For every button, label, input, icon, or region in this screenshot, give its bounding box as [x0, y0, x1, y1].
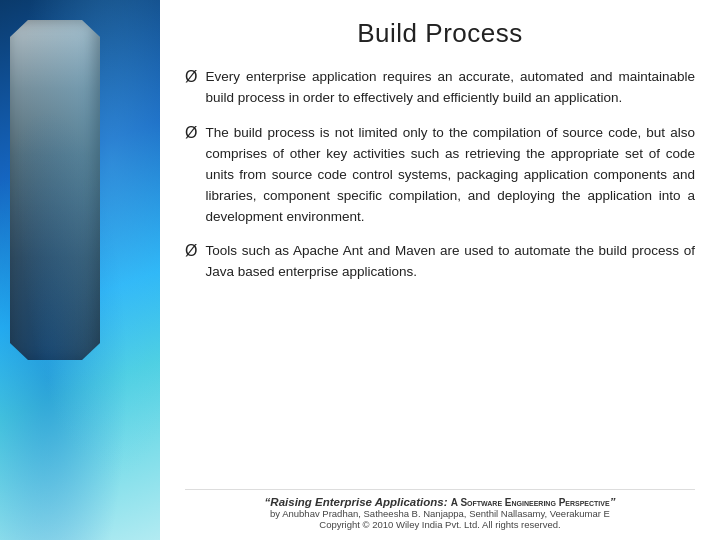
footer-copyright: Copyright © 2010 Wiley India Pvt. Ltd. A… — [185, 519, 695, 530]
bullet-text-1: Every enterprise application requires an… — [205, 67, 695, 109]
main-content: Build Process Ø Every enterprise applica… — [160, 0, 720, 540]
bullet-arrow-3: Ø — [185, 242, 197, 260]
footer-title: “Raising Enterprise Applications: A Soft… — [185, 496, 695, 508]
page-title: Build Process — [185, 18, 695, 49]
sidebar-decorative-image — [0, 0, 160, 540]
footer-by-line: by Anubhav Pradhan, Satheesha B. Nanjapp… — [185, 508, 695, 519]
bullet-item-3: Ø Tools such as Apache Ant and Maven are… — [185, 241, 695, 283]
bullet-text-3: Tools such as Apache Ant and Maven are u… — [205, 241, 695, 283]
footer-italic-text: “Raising Enterprise Applications: A Soft… — [265, 496, 616, 508]
bullet-arrow-2: Ø — [185, 124, 197, 142]
bullet-text-2: The build process is not limited only to… — [205, 123, 695, 228]
footer: “Raising Enterprise Applications: A Soft… — [185, 489, 695, 530]
footer-small-caps: A Software Engineering Perspective — [451, 497, 610, 508]
bullet-item-1: Ø Every enterprise application requires … — [185, 67, 695, 109]
bullet-arrow-1: Ø — [185, 68, 197, 86]
bullet-item-2: Ø The build process is not limited only … — [185, 123, 695, 228]
